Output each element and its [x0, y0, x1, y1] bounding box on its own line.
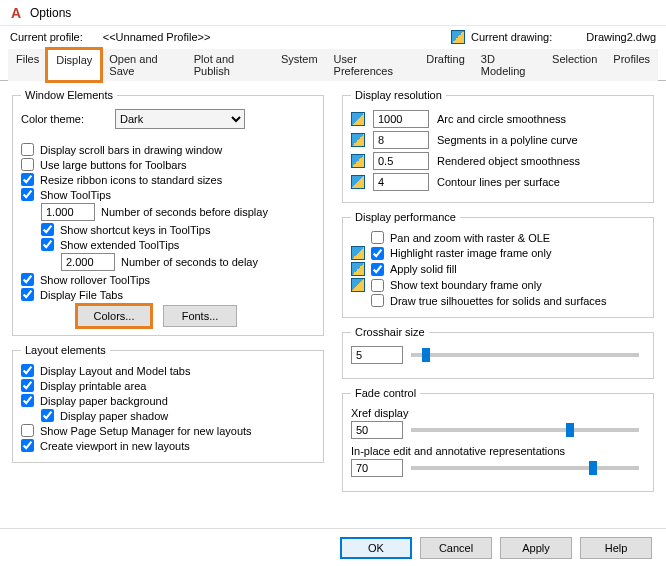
inplace-slider[interactable]	[411, 466, 639, 470]
rendered-smoothness-input[interactable]	[373, 152, 429, 170]
tab-profiles[interactable]: Profiles	[605, 49, 658, 81]
profile-label: Current profile:	[10, 31, 83, 43]
cb-true-silhouettes[interactable]	[371, 294, 384, 307]
display-resolution-group: Display resolution Arc and circle smooth…	[342, 89, 654, 203]
delay-seconds-input[interactable]	[61, 253, 115, 271]
cb-scroll-bars[interactable]	[21, 143, 34, 156]
tab-strip: Files Display Open and Save Plot and Pub…	[0, 48, 666, 81]
help-button[interactable]: Help	[580, 537, 652, 559]
tooltip-seconds-input[interactable]	[41, 203, 95, 221]
cb-text-boundary[interactable]	[371, 279, 384, 292]
drawing-icon	[451, 30, 465, 44]
arc-smoothness-input[interactable]	[373, 110, 429, 128]
cb-resize-ribbon[interactable]	[21, 173, 34, 186]
current-drawing-value: Drawing2.dwg	[586, 31, 656, 43]
crosshair-group: Crosshair size	[342, 326, 654, 379]
cb-solid-fill[interactable]	[371, 263, 384, 276]
cb-viewport[interactable]	[21, 439, 34, 452]
perf-icon	[351, 262, 365, 276]
fonts-button[interactable]: Fonts...	[163, 305, 237, 327]
xref-slider[interactable]	[411, 428, 639, 432]
cb-rollover-tooltips[interactable]	[21, 273, 34, 286]
window-title: Options	[30, 6, 71, 20]
fade-group: Fade control Xref display In-place edit …	[342, 387, 654, 492]
tab-drafting[interactable]: Drafting	[418, 49, 473, 81]
inplace-input[interactable]	[351, 459, 403, 477]
current-drawing-label: Current drawing:	[471, 31, 552, 43]
tab-selection[interactable]: Selection	[544, 49, 605, 81]
color-theme-select[interactable]: Dark	[115, 109, 245, 129]
cb-show-tooltips[interactable]	[21, 188, 34, 201]
cb-pan-zoom[interactable]	[371, 231, 384, 244]
cb-highlight-raster[interactable]	[371, 247, 384, 260]
tab-system[interactable]: System	[273, 49, 326, 81]
perf-icon	[351, 278, 365, 292]
crosshair-legend: Crosshair size	[351, 326, 429, 338]
layout-elements-legend: Layout elements	[21, 344, 110, 356]
tab-display[interactable]: Display	[47, 49, 101, 81]
xref-input[interactable]	[351, 421, 403, 439]
cb-page-setup[interactable]	[21, 424, 34, 437]
cb-large-buttons[interactable]	[21, 158, 34, 171]
fade-legend: Fade control	[351, 387, 420, 399]
contour-lines-input[interactable]	[373, 173, 429, 191]
cb-file-tabs[interactable]	[21, 288, 34, 301]
res-icon	[351, 133, 365, 147]
perf-icon	[351, 246, 365, 260]
tab-files[interactable]: Files	[8, 49, 47, 81]
profile-value: <<Unnamed Profile>>	[103, 31, 211, 43]
tab-open-save[interactable]: Open and Save	[101, 49, 185, 81]
display-performance-group: Display performance Pan and zoom with ra…	[342, 211, 654, 318]
cb-shortcut-keys[interactable]	[41, 223, 54, 236]
color-theme-label: Color theme:	[21, 113, 109, 125]
cb-extended-tooltips[interactable]	[41, 238, 54, 251]
colors-button[interactable]: Colors...	[77, 305, 151, 327]
crosshair-input[interactable]	[351, 346, 403, 364]
cb-printable-area[interactable]	[21, 379, 34, 392]
display-performance-legend: Display performance	[351, 211, 460, 223]
tab-plot-publish[interactable]: Plot and Publish	[186, 49, 273, 81]
crosshair-slider[interactable]	[411, 353, 639, 357]
res-icon	[351, 175, 365, 189]
apply-button[interactable]: Apply	[500, 537, 572, 559]
cb-paper-shadow[interactable]	[41, 409, 54, 422]
app-icon: A	[8, 5, 24, 21]
cb-paper-background[interactable]	[21, 394, 34, 407]
xref-label: Xref display	[351, 407, 645, 419]
tab-3d-modeling[interactable]: 3D Modeling	[473, 49, 544, 81]
polyline-segments-input[interactable]	[373, 131, 429, 149]
cancel-button[interactable]: Cancel	[420, 537, 492, 559]
res-icon	[351, 154, 365, 168]
display-resolution-legend: Display resolution	[351, 89, 446, 101]
tab-user-prefs[interactable]: User Preferences	[326, 49, 419, 81]
window-elements-legend: Window Elements	[21, 89, 117, 101]
cb-layout-tabs[interactable]	[21, 364, 34, 377]
inplace-label: In-place edit and annotative representat…	[351, 445, 645, 457]
ok-button[interactable]: OK	[340, 537, 412, 559]
layout-elements-group: Layout elements Display Layout and Model…	[12, 344, 324, 463]
window-elements-group: Window Elements Color theme: Dark Displa…	[12, 89, 324, 336]
res-icon	[351, 112, 365, 126]
